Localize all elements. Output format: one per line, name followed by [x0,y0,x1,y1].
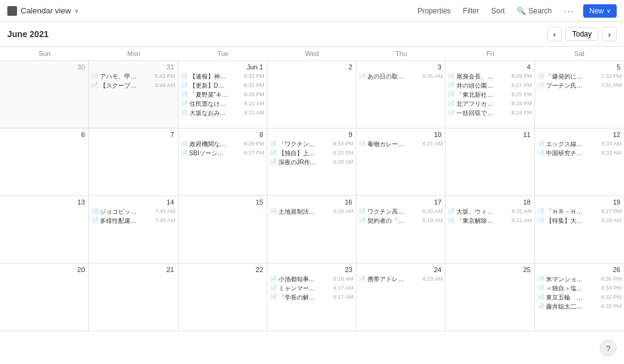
event-item[interactable]: 📄藤井聡太二…6:32 PM [537,303,622,310]
properties-button[interactable]: Properties [414,5,455,17]
day-cell[interactable]: 17📄ワクチン高…6:20 AM📄契約者の「…6:19 AM [356,196,445,263]
day-cell[interactable]: 3📄あの日の取…6:35 AM [356,61,445,128]
prev-month-button[interactable]: ‹ [547,27,562,41]
event-item[interactable]: 📄あの日の取…6:35 AM [359,72,442,80]
event-text: 【更新】D… [190,82,243,89]
event-doc-icon: 📄 [181,141,188,148]
event-item[interactable]: 📄携帯アドレ…6:23 AM [359,275,442,283]
day-cell[interactable]: 18📄大坂、ウィ…6:32 AM📄「東京解除…6:21 AM [445,196,534,263]
day-number: 22 [181,266,264,273]
day-cell[interactable]: 2 [268,61,356,128]
event-text: ミャンマー… [278,284,332,292]
search-button[interactable]: 🔍 Search [513,5,555,17]
event-time: 7:31 PM [601,82,622,89]
day-cell[interactable]: 15 [179,196,268,263]
day-cell[interactable]: 9📄「ワクチン…8:33 PM📄【独自】上…8:33 PM📄深夜のJR作…6:2… [268,128,356,195]
event-item[interactable]: 📄多様性配慮…7:45 AM [91,217,175,225]
day-cell[interactable]: 14📄ジョコビッ…7:45 AM📄多様性配慮…7:45 AM [89,196,178,263]
event-item[interactable]: 📄「学長の解…6:17 AM [270,293,353,301]
event-item[interactable]: 📄「ＨＲ－Ｈ…8:27 PM [537,208,622,215]
event-time: 6:19 AM [333,208,353,215]
event-text: 尾身会長、… [456,72,509,80]
day-cell[interactable]: 6 [0,128,89,195]
event-item[interactable]: 📄＜独自＞塩…6:33 PM [537,284,622,292]
new-button[interactable]: New ∨ [583,4,617,18]
event-item[interactable]: 📄契約者の「…6:19 AM [359,217,442,225]
day-cell[interactable]: 31📄アハモ、甲…5:43 PM📄【スクープ…5:44 AM [89,61,178,128]
day-cell[interactable]: 20 [0,264,89,331]
filter-button[interactable]: Filter [459,5,483,17]
event-item[interactable]: 📄一括回収で…8:24 PM [448,109,531,117]
event-doc-icon: 📄 [270,208,277,215]
next-month-button[interactable]: › [602,27,617,41]
event-item[interactable]: 📄尾身会長、…8:29 PM [448,72,531,80]
event-time: 8:24 PM [511,100,532,108]
day-cell[interactable]: 24📄携帯アドレ…6:23 AM [356,264,445,331]
calendar-view-icon [7,6,17,16]
event-item[interactable]: 📄「東北新社…8:25 PM [448,91,531,99]
event-item[interactable]: 📄小池都知事…6:18 AM [270,275,353,283]
event-item[interactable]: 📄住民票なけ…6:21 AM [181,100,264,108]
event-item[interactable]: 📄「爆発的に…7:32 PM [537,72,622,80]
day-cell[interactable]: 4📄尾身会長、…8:29 PM📄井の頭公園…8:27 PM📄「東北新社…8:25… [445,61,534,128]
event-item[interactable]: 📄中国研究チ…6:33 AM [537,149,622,157]
day-cell[interactable]: 25 [445,264,534,331]
day-cell[interactable]: 5📄「爆発的に…7:32 PM📄プーチン氏…7:31 PM [535,61,624,128]
event-item[interactable]: 📄「ワクチン…8:33 PM [270,140,353,148]
week-row: 1314📄ジョコビッ…7:45 AM📄多様性配慮…7:45 AM1516📄土地規… [0,196,624,264]
more-button[interactable]: ··· [560,4,578,18]
day-number: 9 [270,131,353,138]
day-number: 16 [270,198,353,206]
event-item[interactable]: 📄エックス線…6:33 AM [537,140,622,148]
sort-button[interactable]: Sort [488,5,508,17]
event-item[interactable]: 📄【独自】上…8:33 PM [270,149,353,157]
event-item[interactable]: 📄井の頭公園…8:27 PM [448,82,531,89]
event-item[interactable]: 📄【更新】D…8:31 PM [181,82,264,89]
event-item[interactable]: 📄土地規制法…6:19 AM [270,208,353,215]
day-cell[interactable]: 30 [0,61,89,128]
event-item[interactable]: 📄アハモ、甲…5:43 PM [91,72,175,80]
today-button[interactable]: Today [566,27,598,41]
day-number: 13 [2,198,86,206]
event-item[interactable]: 📄ワクチン高…6:20 AM [359,208,442,215]
event-item[interactable]: 📄「東京解除…6:21 AM [448,217,531,225]
event-item[interactable]: 📄ジョコビッ…7:45 AM [91,208,175,215]
event-item[interactable]: 📄【特集】大…6:20 AM [537,217,622,225]
day-cell[interactable]: 11 [445,128,534,195]
event-text: 大坂、ウィ… [456,208,509,215]
view-title[interactable]: Calendar view [21,6,71,15]
day-cell[interactable]: 8📄政府機関な…8:29 PM📄SBIソーシ…8:27 PM [179,128,268,195]
day-cell[interactable]: 21 [89,264,178,331]
day-cell[interactable]: 19📄「ＨＲ－Ｈ…8:27 PM📄【特集】大…6:20 AM [535,196,624,263]
day-number: 15 [181,198,264,206]
event-item[interactable]: 📄【速報】神…8:33 PM [181,72,264,80]
event-doc-icon: 📄 [270,294,277,301]
event-doc-icon: 📄 [537,303,544,310]
day-number: 23 [270,266,353,273]
event-item[interactable]: 📄SBIソーシ…8:27 PM [181,149,264,157]
view-title-chevron[interactable]: ∨ [74,7,79,14]
event-item[interactable]: 📄【スクープ…5:44 AM [91,82,175,89]
event-item[interactable]: 📄「夏野菜"キ…8:28 PM [181,91,264,99]
day-cell[interactable]: 12📄エックス線…6:33 AM📄中国研究チ…6:33 AM [535,128,624,195]
event-item[interactable]: 📄大坂、ウィ…6:32 AM [448,208,531,215]
day-cell[interactable]: 13 [0,196,89,263]
event-item[interactable]: 📄東京五輪 …6:32 PM [537,293,622,301]
event-item[interactable]: 📄プーチン氏…7:31 PM [537,82,622,89]
event-item[interactable]: 📄北アフリカ…8:24 PM [448,100,531,108]
day-cell[interactable]: 26📄米マンショ…6:36 PM📄＜独自＞塩…6:33 PM📄東京五輪 …6:3… [535,264,624,331]
event-item[interactable]: 📄大坂なおみ…6:21 AM [181,109,264,117]
day-cell[interactable]: 10📄毒物カレー…6:21 AM [356,128,445,195]
event-item[interactable]: 📄毒物カレー…6:21 AM [359,140,442,148]
event-item[interactable]: 📄ミャンマー…6:17 AM [270,284,353,292]
day-cell[interactable]: 7 [89,128,178,195]
event-item[interactable]: 📄米マンショ…6:36 PM [537,275,622,283]
day-cell[interactable]: 22 [179,264,268,331]
day-cell[interactable]: 23📄小池都知事…6:18 AM📄ミャンマー…6:17 AM📄「学長の解…6:1… [268,264,356,331]
event-item[interactable]: 📄深夜のJR作…6:20 AM [270,158,353,166]
day-cell[interactable]: Jun 1📄【速報】神…8:33 PM📄【更新】D…8:31 PM📄「夏野菜"キ… [179,61,268,128]
day-cell[interactable]: 16📄土地規制法…6:19 AM [268,196,356,263]
event-item[interactable]: 📄政府機関な…8:29 PM [181,140,264,148]
svg-rect-0 [8,7,16,15]
event-doc-icon: 📄 [270,150,277,157]
